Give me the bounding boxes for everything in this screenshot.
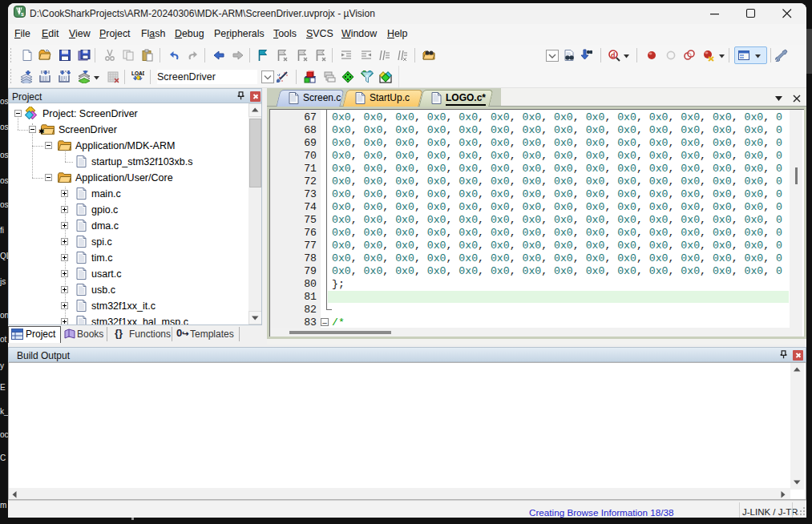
svg-text:s: s bbox=[21, 11, 24, 17]
svg-text:d: d bbox=[611, 51, 616, 59]
